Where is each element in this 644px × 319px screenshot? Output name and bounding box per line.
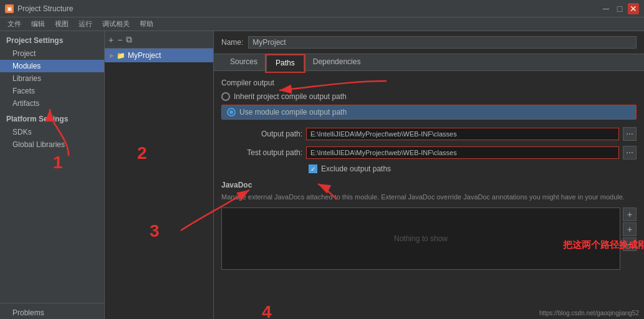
output-path-row: Output path: ⋯ — [221, 127, 637, 141]
javadoc-title: JavaDoc — [221, 181, 637, 189]
watermark: https://blog.csdn.net/gaoqingjiang52 — [539, 310, 639, 317]
content-area: Name: Sources Paths Dependencies Compile… — [214, 31, 644, 319]
window-title: Project Structure — [17, 4, 73, 13]
sidebar-item-artifacts[interactable]: Artifacts — [0, 97, 104, 110]
tab-dependencies[interactable]: Dependencies — [304, 54, 370, 70]
javadoc-add-button[interactable]: + — [623, 207, 637, 221]
sidebar-item-global-libraries[interactable]: Global Libraries — [0, 138, 104, 151]
main-container: Project Settings Project Modules Librari… — [0, 31, 644, 319]
javadoc-list: Nothing to show — [221, 207, 620, 270]
tab-sources[interactable]: Sources — [221, 54, 266, 70]
output-path-browse-button[interactable]: ⋯ — [623, 127, 637, 141]
window-controls: ─ □ ✕ — [600, 3, 639, 14]
sidebar-item-sdks[interactable]: SDKs — [0, 126, 104, 138]
radio-inherit-label: Inherit project compile output path — [234, 92, 347, 101]
radio-inherit[interactable]: Inherit project compile output path — [221, 92, 637, 101]
menu-debug[interactable]: 调试相关 — [97, 18, 135, 30]
test-output-path-browse-button[interactable]: ⋯ — [623, 146, 637, 160]
module-list: + − ⧉ ▶ 📁 MyProject — [105, 31, 214, 319]
name-label: Name: — [221, 38, 243, 47]
title-bar: ▣ Project Structure ─ □ ✕ — [0, 0, 644, 17]
sidebar: Project Settings Project Modules Librari… — [0, 31, 105, 319]
name-input[interactable] — [248, 36, 637, 49]
close-button[interactable]: ✕ — [628, 3, 639, 14]
copy-module-button[interactable]: ⧉ — [126, 34, 132, 45]
sidebar-item-modules[interactable]: Modules — [0, 60, 104, 72]
module-arrow-icon: ▶ — [110, 52, 114, 59]
maximize-button[interactable]: □ — [614, 3, 625, 14]
module-list-toolbar: + − ⧉ — [105, 31, 213, 49]
sidebar-item-project[interactable]: Project — [0, 47, 104, 60]
radio-circle-module — [227, 108, 236, 117]
exclude-checkbox-label: Exclude output paths — [321, 164, 391, 173]
menu-view[interactable]: 视图 — [50, 18, 74, 30]
sidebar-item-libraries[interactable]: Libraries — [0, 72, 104, 85]
menu-edit[interactable]: 编辑 — [26, 18, 50, 30]
test-output-path-label: Test output path: — [221, 148, 302, 157]
menu-help[interactable]: 帮助 — [135, 18, 158, 30]
content-body: Compiler output Inherit project compile … — [214, 71, 644, 319]
javadoc-description: Manage external JavaDocs attached to thi… — [221, 192, 637, 202]
minimize-button[interactable]: ─ — [600, 3, 612, 14]
add-module-button[interactable]: + — [108, 35, 113, 45]
radio-group: Inherit project compile output path Use … — [221, 92, 637, 120]
sidebar-item-facets[interactable]: Facets — [0, 85, 104, 97]
javadoc-empty-text: Nothing to show — [394, 234, 448, 243]
remove-module-button[interactable]: − — [117, 35, 122, 45]
menu-file[interactable]: 文件 — [2, 18, 26, 30]
compiler-output-title: Compiler output — [221, 79, 637, 87]
app-icon: ▣ — [5, 4, 14, 13]
radio-use-module[interactable]: Use module compile output path — [221, 105, 637, 120]
tab-paths[interactable]: Paths — [266, 55, 304, 72]
name-header: Name: — [214, 31, 644, 54]
javadoc-section: JavaDoc Manage external JavaDocs attache… — [221, 181, 637, 270]
javadoc-plus-button[interactable]: + — [623, 222, 637, 236]
exclude-checkbox[interactable]: ✓ — [309, 164, 317, 173]
output-path-label: Output path: — [221, 130, 302, 138]
javadoc-minus-button[interactable]: − — [623, 237, 637, 251]
module-folder-icon: 📁 — [117, 52, 125, 60]
test-output-path-input[interactable] — [306, 146, 619, 159]
exclude-checkbox-row: ✓ Exclude output paths — [309, 164, 637, 173]
module-label: MyProject — [128, 51, 161, 60]
menu-bar: 文件 编辑 视图 运行 调试相关 帮助 — [0, 17, 644, 31]
menu-run[interactable]: 运行 — [74, 18, 97, 30]
tabs-bar: Sources Paths Dependencies — [214, 54, 644, 71]
radio-module-label: Use module compile output path — [239, 108, 347, 117]
output-path-input[interactable] — [306, 128, 619, 140]
module-item-myproject[interactable]: ▶ 📁 MyProject — [105, 49, 213, 62]
sidebar-item-problems[interactable]: Problems — [0, 303, 104, 319]
radio-circle-inherit — [221, 92, 230, 101]
project-settings-section: Project Settings — [0, 31, 104, 47]
platform-settings-section: Platform Settings — [0, 110, 104, 126]
test-output-path-row: Test output path: ⋯ — [221, 146, 637, 160]
